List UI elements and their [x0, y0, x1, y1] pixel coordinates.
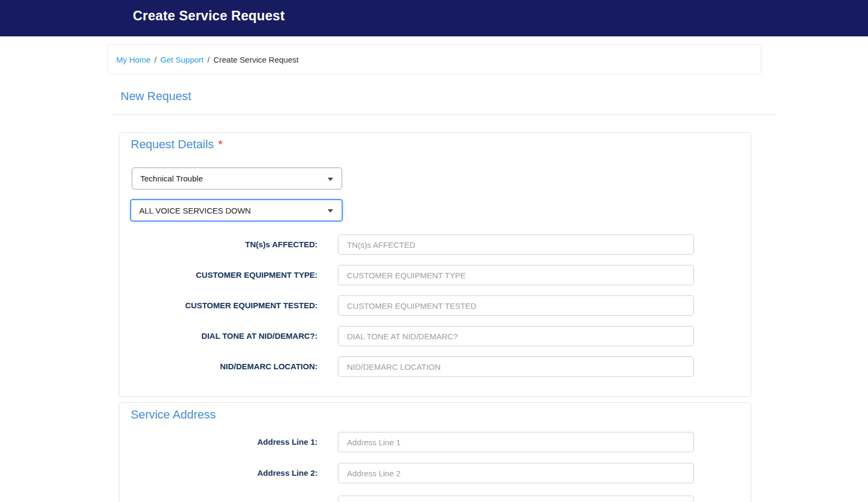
dial-tone-nid-demarc-input[interactable] [338, 326, 694, 346]
page-title: Create Service Request [133, 8, 285, 24]
breadcrumb-link-my-home[interactable]: My Home [116, 55, 150, 64]
customer-equipment-type-input[interactable] [338, 265, 694, 285]
request-type-value: Technical Trouble [140, 174, 203, 183]
service-address-card: Service Address Address Line 1: Address … [119, 402, 751, 502]
chevron-down-icon [328, 209, 333, 212]
service-address-title: Service Address [131, 408, 216, 422]
form-row: DIAL TONE AT NID/DEMARC?: [119, 326, 751, 346]
form-row: CUSTOMER EQUIPMENT TYPE: [119, 265, 751, 285]
request-type-dropdown[interactable]: Technical Trouble [132, 168, 342, 189]
customer-equipment-tested-label: CUSTOMER EQUIPMENT TESTED: [119, 295, 318, 316]
issue-type-value: ALL VOICE SERVICES DOWN [139, 206, 251, 215]
city-input[interactable] [338, 496, 694, 502]
address-line-2-input[interactable] [338, 463, 694, 483]
request-details-title: Request Details* [131, 138, 223, 151]
form-row: Address Line 1: [119, 432, 751, 452]
nid-demarc-location-input[interactable] [338, 356, 694, 377]
form-row: Address Line 2: [119, 463, 751, 483]
issue-type-dropdown[interactable]: ALL VOICE SERVICES DOWN [130, 199, 343, 222]
form-row: NID/DEMARC LOCATION: [119, 356, 751, 377]
tns-affected-input[interactable] [338, 234, 694, 255]
address-line-1-label: Address Line 1: [119, 432, 318, 452]
city-label [119, 496, 318, 502]
dial-tone-nid-demarc-label: DIAL TONE AT NID/DEMARC?: [119, 326, 318, 346]
required-asterisk: * [218, 138, 223, 151]
request-details-card: Request Details* Technical Trouble ALL V… [119, 132, 751, 397]
heading-divider [112, 115, 775, 115]
app-header: Create Service Request [0, 0, 868, 36]
customer-equipment-type-label: CUSTOMER EQUIPMENT TYPE: [119, 265, 318, 285]
tns-affected-label: TN(s)s AFFECTED: [119, 234, 318, 255]
address-line-1-input[interactable] [338, 432, 694, 452]
form-row [119, 496, 751, 502]
form-row: CUSTOMER EQUIPMENT TESTED: [119, 295, 751, 316]
breadcrumb-separator: / [207, 55, 209, 64]
form-row: TN(s)s AFFECTED: [119, 234, 751, 255]
breadcrumb-link-get-support[interactable]: Get Support [160, 55, 203, 64]
address-line-2-label: Address Line 2: [119, 463, 318, 483]
nid-demarc-location-label: NID/DEMARC LOCATION: [119, 356, 318, 377]
section-heading-new-request: New Request [120, 89, 191, 103]
customer-equipment-tested-input[interactable] [338, 295, 694, 316]
breadcrumb-separator: / [154, 55, 156, 64]
breadcrumb: My Home / Get Support / Create Service R… [107, 44, 761, 74]
chevron-down-icon [328, 178, 333, 181]
breadcrumb-current: Create Service Request [213, 55, 298, 64]
